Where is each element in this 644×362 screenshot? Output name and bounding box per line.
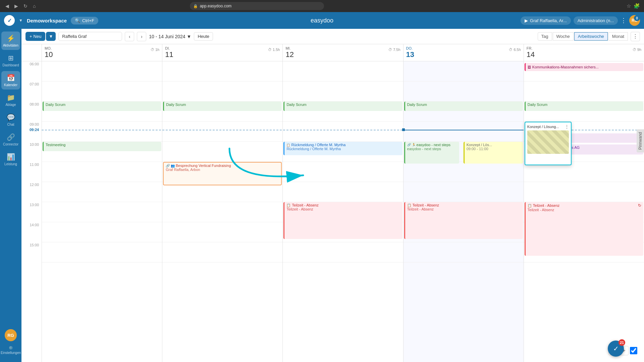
new-button-dropdown[interactable]: ▼ (46, 32, 56, 41)
time-0600: 06:00 (21, 61, 42, 81)
sidebar-item-aktivitaeten[interactable]: ⚡ Aktivitäten (1, 32, 20, 50)
event-daily-scrum-thu[interactable]: Daily Scrum (404, 102, 523, 111)
zoom-checkbox[interactable] (630, 347, 637, 354)
calendar-grid[interactable]: ⏱ 1h Mo. 10 ⏱ 1.5h Di. 11 ⏱ 7.5h Mi. 12 (21, 44, 644, 362)
thu-hour-15[interactable] (404, 242, 524, 262)
thu-hour-07[interactable] (404, 81, 524, 102)
event-daily-scrum-fri[interactable]: Daily Scrum (525, 102, 643, 111)
tue-hour-06[interactable] (162, 61, 282, 81)
mon-hour-15[interactable] (42, 242, 162, 262)
mon-hour-06[interactable] (42, 61, 162, 81)
fri-hour-07[interactable] (524, 81, 644, 102)
mon-hour-14[interactable] (42, 222, 162, 242)
event-rueckmeldung-wed[interactable]: 📋 Rückmeldung / Offerte M. Myrtha Rückme… (283, 142, 402, 155)
view-tag-button[interactable]: Tag (538, 32, 552, 41)
day-header-mon: ⏱ 1h Mo. 10 (42, 44, 162, 61)
workspace-chevron: ▼ (19, 18, 23, 23)
extensions-button[interactable]: 🧩 (634, 3, 640, 9)
thu-hour-11[interactable] (404, 162, 524, 182)
thu-hour-06[interactable] (404, 61, 524, 81)
time-1300: 13:00 (21, 202, 42, 222)
wed-hour-11[interactable] (283, 162, 403, 182)
day-header-thu: ⏱ 6.5h Do. 13 (403, 44, 524, 61)
reload-button[interactable]: ↻ (22, 3, 29, 9)
sidebar-avatar[interactable]: RG (5, 329, 17, 341)
wed-hour-06[interactable] (283, 61, 403, 81)
header-more-button[interactable]: ⋮ (621, 17, 627, 24)
tue-hour-13[interactable] (162, 202, 282, 222)
day-column-mon: Daily Scrum Testmeeting (42, 61, 162, 362)
pinwand-tab[interactable]: Pinnwand (637, 129, 644, 153)
event-nextsteps-thu[interactable]: 🔗 🏃 easydoo - next steps easydoo - next … (404, 142, 460, 164)
thu-name: Do. (406, 46, 521, 50)
event-daily-scrum-mon[interactable]: Daily Scrum (43, 102, 161, 111)
event-daily-scrum-wed[interactable]: Daily Scrum (283, 102, 402, 111)
sidebar-item-connector[interactable]: 🔗 Connector (1, 130, 20, 149)
wed-hour-07[interactable] (283, 81, 403, 102)
sidebar-item-leistung[interactable]: 📊 Leistung (1, 150, 20, 169)
sidebar: ⚡ Aktivitäten ⊞ Dashboard 📅 Kalender 📁 A… (0, 29, 21, 362)
back-button[interactable]: ◀ (4, 3, 10, 9)
event-title: Teilzeit - Absenz (413, 203, 439, 207)
search-button[interactable]: 🔍 Ctrl+F (71, 17, 98, 24)
admin-button[interactable]: Administration (n... (574, 16, 618, 25)
mon-hour-09[interactable] (42, 122, 162, 142)
event-testmeeting-mon[interactable]: Testmeeting (43, 142, 161, 151)
header-right: ▶ Graf Raffaella, Ar... Administration (… (521, 15, 640, 26)
next-period-button[interactable]: › (137, 32, 146, 41)
address-bar[interactable]: 🔒 app.easydoo.com (190, 2, 324, 10)
event-teilzeit-wed[interactable]: 📋 Teilzeit - Absenz Teilzeit - Absenz (283, 202, 402, 239)
date-range-button[interactable]: 10 - 14 Juni 2024 ▼ (149, 34, 191, 39)
ablage-icon: 📁 (7, 94, 15, 102)
home-button[interactable]: ⌂ (32, 3, 37, 9)
more-options-button[interactable]: ⋮ (631, 32, 640, 41)
today-button[interactable]: Heute (194, 32, 213, 41)
profile-play-button[interactable]: ▶ Graf Raffaella, Ar... (521, 16, 571, 25)
tue-hour-10[interactable] (162, 142, 282, 162)
day-column-wed: Daily Scrum 📋 Rückmeldung / Offerte M. M… (282, 61, 403, 362)
event-besprechung-tue[interactable]: 🔗 👥 Besprechung Vertical Fundraising Gra… (163, 162, 282, 185)
sidebar-item-kalender[interactable]: 📅 Kalender (1, 71, 20, 89)
event-konzept-thu[interactable]: Konzept / Lös... 09:00 - 11:00 (464, 142, 523, 164)
event-title: 🔗 👥 Besprechung Vertical Fundraising (166, 164, 279, 168)
app-header: ✓ ▼ Demoworkspace 🔍 Ctrl+F easydoo ▶ Gra… (0, 12, 644, 29)
konzept-more-button[interactable]: ⋮ (565, 124, 569, 129)
thu-hour-12[interactable] (404, 182, 524, 202)
sidebar-item-einstellungen[interactable]: ⚙️ Einstellungen (1, 344, 20, 357)
event-konzept-popup[interactable]: Konzept / Lösung... ⋮ (525, 122, 572, 165)
wed-hour-15[interactable] (283, 242, 403, 262)
new-button[interactable]: + Neu (25, 32, 45, 41)
sidebar-item-dashboard[interactable]: ⊞ Dashboard (1, 51, 20, 70)
easydoo-widget-button[interactable]: ✓ 21 (608, 341, 624, 357)
event-teilzeit-thu[interactable]: 📋 Teilzeit - Absenz Teilzeit - Absenz (404, 202, 523, 239)
tue-hour-07[interactable] (162, 81, 282, 102)
workspace-name[interactable]: Demoworkspace (27, 18, 67, 23)
mon-hour-11[interactable] (42, 162, 162, 182)
user-avatar[interactable]: RG 0 (629, 15, 640, 26)
star-button[interactable]: ☆ (627, 3, 631, 9)
fri-hour-12[interactable] (524, 182, 644, 202)
event-teilzeit-fri[interactable]: 📋 Teilzeit - Absenz ↻ Teilzeit - Absenz (525, 202, 643, 256)
wed-hour-12[interactable] (283, 182, 403, 202)
event-daily-scrum-tue[interactable]: Daily Scrum (163, 102, 282, 111)
wed-hour-09[interactable] (283, 122, 403, 142)
thu-hour-09[interactable] (404, 122, 524, 142)
sidebar-item-ablage[interactable]: 📁 Ablage (1, 91, 20, 109)
mon-hour-07[interactable] (42, 81, 162, 102)
teilzeit-icon[interactable]: ↻ (638, 203, 641, 208)
view-monat-button[interactable]: Monat (608, 32, 628, 41)
fri-num: 14 (527, 50, 641, 59)
user-filter-input[interactable] (58, 32, 122, 41)
logo-button[interactable]: ✓ (4, 15, 15, 26)
view-woche-button[interactable]: Woche (553, 32, 574, 41)
tue-hour-09[interactable] (162, 122, 282, 142)
forward-button[interactable]: ▶ (13, 3, 19, 9)
sidebar-item-chat[interactable]: 💬 Chat (1, 111, 20, 129)
mon-hour-13[interactable] (42, 202, 162, 222)
tue-hour-14[interactable] (162, 222, 282, 242)
tue-hour-15[interactable] (162, 242, 282, 262)
prev-period-button[interactable]: ‹ (125, 32, 134, 41)
view-arbeitswoche-button[interactable]: Arbeitswoche (574, 32, 608, 41)
mon-hour-12[interactable] (42, 182, 162, 202)
event-kommunikation-fri[interactable]: 🖼 Kommunikations-Massnahmen sichers... (525, 63, 643, 71)
